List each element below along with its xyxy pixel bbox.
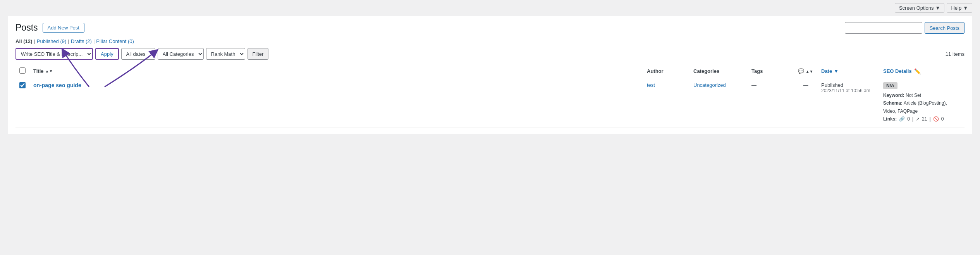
tags-label: Tags bbox=[751, 68, 763, 74]
post-comments: — bbox=[803, 82, 808, 88]
toolbar-left: Write SEO Title & Descrip... Apply All d… bbox=[15, 48, 268, 60]
categories-filter-select[interactable]: All Categories bbox=[158, 48, 204, 60]
th-seo-details: SEO Details ✏️ bbox=[879, 64, 965, 78]
th-tags: Tags bbox=[748, 64, 794, 78]
th-categories: Categories bbox=[689, 64, 748, 78]
toolbar: Write SEO Title & Descrip... Apply All d… bbox=[15, 48, 965, 60]
keyword-value: Not Set bbox=[906, 93, 921, 98]
seo-keyword-line: Keyword: Not Set bbox=[883, 91, 961, 99]
date-label: Date bbox=[821, 68, 832, 74]
links-chain-icon: 🔗 bbox=[899, 115, 905, 123]
row-comments-cell: — bbox=[794, 78, 817, 128]
bulk-action-select[interactable]: Write SEO Title & Descrip... bbox=[15, 48, 93, 60]
seo-details-label: SEO Details bbox=[883, 68, 912, 74]
screen-options-button[interactable]: Screen Options ▼ bbox=[895, 3, 944, 13]
links-sep2: | bbox=[930, 115, 931, 123]
th-author: Author bbox=[643, 64, 689, 78]
links-external-count: 21 bbox=[922, 115, 927, 123]
th-comments: 💬 ▲▼ bbox=[794, 64, 817, 78]
title-sort-icon[interactable]: ▲▼ bbox=[45, 69, 53, 73]
comments-sort-icon[interactable]: ▲▼ bbox=[806, 69, 813, 74]
date-filter-select[interactable]: All dates bbox=[121, 48, 155, 60]
posts-table: Title ▲▼ Author Categories Tags 💬 bbox=[15, 64, 965, 128]
screen-options-chevron: ▼ bbox=[935, 5, 940, 11]
post-tags: — bbox=[751, 82, 756, 88]
row-author-cell: test bbox=[643, 78, 689, 128]
add-new-post-button[interactable]: Add New Post bbox=[43, 23, 84, 33]
row-checkbox-cell bbox=[15, 78, 29, 128]
links-external-icon: ↗ bbox=[916, 115, 920, 123]
schema-label: Schema: bbox=[883, 100, 903, 106]
page-wrapper: Screen Options ▼ Help ▼ Posts Add New Po… bbox=[0, 0, 980, 134]
filter-all[interactable]: All (12) bbox=[15, 38, 32, 44]
links-internal-count: 0 bbox=[907, 115, 910, 123]
seo-schema-line: Schema: Article (BlogPosting), Video, FA… bbox=[883, 99, 961, 115]
help-label: Help bbox=[951, 5, 961, 11]
apply-button[interactable]: Apply bbox=[95, 48, 119, 60]
page-title: Posts bbox=[15, 22, 38, 34]
post-author-link[interactable]: test bbox=[647, 82, 655, 88]
filter-pillar-content[interactable]: Pillar Content (0) bbox=[96, 38, 134, 44]
search-input[interactable] bbox=[845, 22, 922, 34]
filter-published[interactable]: Published (9) bbox=[37, 38, 67, 44]
links-nofollow-icon: 🚫 bbox=[933, 115, 939, 123]
keyword-label: Keyword: bbox=[883, 93, 904, 98]
links-nofollow-count: 0 bbox=[941, 115, 944, 123]
th-checkbox bbox=[15, 64, 29, 78]
post-date-status: Published bbox=[821, 82, 875, 88]
row-seo-cell: N/A Keyword: Not Set Schema: Article (Bl… bbox=[879, 78, 965, 128]
seo-details-info: Keyword: Not Set Schema: Article (BlogPo… bbox=[883, 91, 961, 123]
comments-icon: 💬 bbox=[798, 68, 804, 74]
help-button[interactable]: Help ▼ bbox=[947, 3, 972, 13]
date-sort-icon[interactable]: ▼ bbox=[834, 68, 839, 74]
author-label: Author bbox=[647, 68, 664, 74]
categories-label: Categories bbox=[693, 68, 719, 74]
page-header-left: Posts Add New Post bbox=[15, 22, 84, 34]
screen-options-label: Screen Options bbox=[899, 5, 934, 11]
row-title-cell: on-page seo guide bbox=[29, 78, 643, 128]
filter-links: All (12) | Published (9) | Drafts (2) | … bbox=[15, 38, 965, 44]
post-date-value: 2023/11/11 at 10:56 am bbox=[821, 88, 875, 93]
row-date-cell: Published 2023/11/11 at 10:56 am bbox=[817, 78, 879, 128]
posts-table-body: on-page seo guide test Uncategorized — — bbox=[15, 78, 965, 128]
table-header-row: Title ▲▼ Author Categories Tags 💬 bbox=[15, 64, 965, 78]
top-bar: Screen Options ▼ Help ▼ bbox=[0, 0, 980, 16]
th-date: Date ▼ bbox=[817, 64, 879, 78]
seo-edit-icon[interactable]: ✏️ bbox=[914, 68, 921, 74]
filter-button[interactable]: Filter bbox=[248, 48, 269, 60]
post-title-link[interactable]: on-page seo guide bbox=[33, 82, 81, 88]
page-header: Posts Add New Post Search Posts bbox=[15, 22, 965, 34]
select-all-checkbox[interactable] bbox=[19, 67, 26, 74]
search-posts-button[interactable]: Search Posts bbox=[925, 22, 965, 34]
help-chevron: ▼ bbox=[963, 5, 968, 11]
seo-links-line: Links: 🔗 0 | ↗ 21 | 🚫 0 bbox=[883, 115, 961, 123]
row-checkbox[interactable] bbox=[19, 82, 26, 88]
title-label: Title bbox=[33, 68, 44, 74]
main-content: Posts Add New Post Search Posts All (12)… bbox=[8, 16, 972, 134]
table-row: on-page seo guide test Uncategorized — — bbox=[15, 78, 965, 128]
links-sep1: | bbox=[912, 115, 913, 123]
row-tags-cell: — bbox=[748, 78, 794, 128]
links-label: Links: bbox=[883, 115, 897, 123]
rankmath-filter-select[interactable]: Rank Math bbox=[206, 48, 245, 60]
post-category-link[interactable]: Uncategorized bbox=[693, 82, 726, 88]
seo-score-badge: N/A bbox=[883, 82, 897, 89]
filter-drafts[interactable]: Drafts (2) bbox=[71, 38, 92, 44]
toolbar-right: 11 items bbox=[946, 51, 965, 57]
row-categories-cell: Uncategorized bbox=[689, 78, 748, 128]
th-title: Title ▲▼ bbox=[29, 64, 643, 78]
header-right: Search Posts bbox=[845, 22, 965, 34]
items-count: 11 items bbox=[946, 51, 965, 57]
